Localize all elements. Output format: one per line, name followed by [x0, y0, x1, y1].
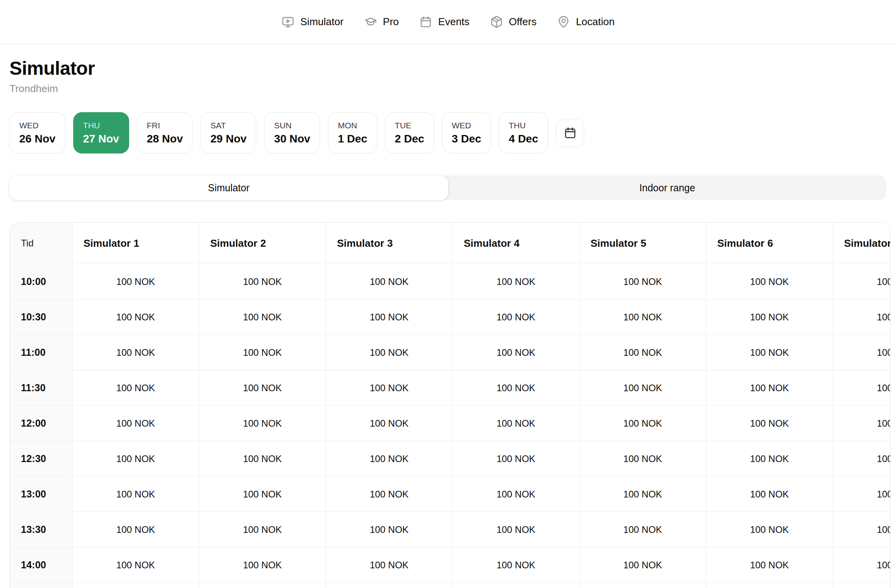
- slot-1130-simulator-1[interactable]: 100 NOK: [72, 370, 199, 405]
- slot-1130-simulator-4[interactable]: 100 NOK: [452, 370, 579, 405]
- slot-1330-simulator-2[interactable]: 100 NOK: [199, 512, 326, 547]
- time-label: 10:00: [10, 264, 72, 299]
- table-row-1300: 13:00100 NOK100 NOK100 NOK100 NOK100 NOK…: [10, 476, 890, 512]
- slot-1200-simulator-5[interactable]: 100 NOK: [579, 406, 706, 441]
- slot-1100-simulator-2[interactable]: 100 NOK: [199, 335, 326, 370]
- slot-1400-simulator-1[interactable]: 100 NOK: [72, 547, 199, 582]
- slot-1300-simulator-3[interactable]: 100 NOK: [326, 477, 452, 512]
- slot-1030-simulator-1[interactable]: 100 NOK: [72, 300, 199, 335]
- slot-1230-simulator-4[interactable]: 100 NOK: [452, 441, 579, 476]
- date-button-2-dec[interactable]: TUE2 Dec: [385, 112, 434, 153]
- slot-1200-simulator-3[interactable]: 100 NOK: [326, 406, 452, 441]
- partial-cell: [452, 583, 579, 588]
- slot-1300-simulator-1[interactable]: 100 NOK: [72, 477, 199, 512]
- slot-1000-simulator-4[interactable]: 100 NOK: [452, 264, 579, 299]
- slot-1330-simulator-4[interactable]: 100 NOK: [452, 512, 579, 547]
- slot-1230-simulator-6[interactable]: 100 NOK: [706, 441, 833, 476]
- slot-1400-simulator-3[interactable]: 100 NOK: [326, 547, 452, 582]
- slot-1200-simulator-2[interactable]: 100 NOK: [199, 406, 326, 441]
- slot-1030-simulator-5[interactable]: 100 NOK: [579, 300, 706, 335]
- date-number-label: 28 Nov: [147, 133, 183, 144]
- slot-1300-simulator-4[interactable]: 100 NOK: [452, 477, 579, 512]
- slot-1030-simulator-2[interactable]: 100 NOK: [199, 300, 326, 335]
- table-row-1400: 14:00100 NOK100 NOK100 NOK100 NOK100 NOK…: [10, 547, 890, 582]
- slot-1200-simulator-7[interactable]: 100 NOK: [833, 406, 890, 441]
- slot-1230-simulator-7[interactable]: 100 NOK: [833, 441, 890, 476]
- slot-1400-simulator-4[interactable]: 100 NOK: [452, 547, 579, 582]
- slot-1130-simulator-2[interactable]: 100 NOK: [199, 370, 326, 405]
- slot-1330-simulator-7[interactable]: 100 NOK: [833, 512, 890, 547]
- nav-item-label: Offers: [509, 16, 537, 28]
- date-button-3-dec[interactable]: WED3 Dec: [442, 112, 491, 153]
- slot-1330-simulator-5[interactable]: 100 NOK: [579, 512, 706, 547]
- slot-1100-simulator-4[interactable]: 100 NOK: [452, 335, 579, 370]
- nav-item-simulator[interactable]: Simulator: [281, 15, 344, 28]
- slot-1330-simulator-1[interactable]: 100 NOK: [72, 512, 199, 547]
- table-row-1200: 12:00100 NOK100 NOK100 NOK100 NOK100 NOK…: [10, 405, 890, 441]
- slot-1330-simulator-6[interactable]: 100 NOK: [706, 512, 833, 547]
- date-button-4-dec[interactable]: THU4 Dec: [499, 112, 548, 153]
- date-number-label: 30 Nov: [274, 133, 310, 144]
- nav-item-location[interactable]: Location: [557, 15, 615, 28]
- slot-1230-simulator-2[interactable]: 100 NOK: [199, 441, 326, 476]
- partial-cell: [199, 583, 326, 588]
- tab-simulator[interactable]: Simulator: [9, 176, 448, 200]
- slot-1130-simulator-5[interactable]: 100 NOK: [579, 370, 706, 405]
- slot-1030-simulator-6[interactable]: 100 NOK: [706, 300, 833, 335]
- slot-1000-simulator-2[interactable]: 100 NOK: [199, 264, 326, 299]
- slot-1000-simulator-1[interactable]: 100 NOK: [72, 264, 199, 299]
- date-button-26-nov[interactable]: WED26 Nov: [9, 112, 65, 153]
- column-header-simulator-4: Simulator 4: [452, 223, 579, 264]
- slot-1230-simulator-5[interactable]: 100 NOK: [579, 441, 706, 476]
- slot-1100-simulator-1[interactable]: 100 NOK: [72, 335, 199, 370]
- slot-1400-simulator-5[interactable]: 100 NOK: [579, 547, 706, 582]
- date-button-30-nov[interactable]: SUN30 Nov: [264, 112, 320, 153]
- slot-1100-simulator-5[interactable]: 100 NOK: [579, 335, 706, 370]
- date-button-27-nov[interactable]: THU27 Nov: [73, 112, 129, 153]
- slot-1000-simulator-7[interactable]: 100 NOK: [833, 264, 890, 299]
- date-number-label: 29 Nov: [210, 133, 246, 144]
- slot-1000-simulator-5[interactable]: 100 NOK: [579, 264, 706, 299]
- nav-item-label: Location: [576, 16, 615, 28]
- slot-1300-simulator-2[interactable]: 100 NOK: [199, 477, 326, 512]
- slot-1100-simulator-7[interactable]: 100 NOK: [833, 335, 890, 370]
- date-button-29-nov[interactable]: SAT29 Nov: [200, 112, 256, 153]
- partial-cell: [326, 583, 452, 588]
- slot-1100-simulator-3[interactable]: 100 NOK: [326, 335, 452, 370]
- date-button-1-dec[interactable]: MON1 Dec: [328, 112, 377, 153]
- column-header-simulator-1: Simulator 1: [72, 223, 199, 264]
- slot-1130-simulator-3[interactable]: 100 NOK: [326, 370, 452, 405]
- partial-time-cell: [10, 583, 72, 588]
- slot-1030-simulator-3[interactable]: 100 NOK: [326, 300, 452, 335]
- slot-1230-simulator-1[interactable]: 100 NOK: [72, 441, 199, 476]
- slot-1030-simulator-7[interactable]: 100 NOK: [833, 300, 890, 335]
- slot-1300-simulator-7[interactable]: 100 NOK: [833, 477, 890, 512]
- slot-1000-simulator-3[interactable]: 100 NOK: [326, 264, 452, 299]
- calendar-button[interactable]: [556, 119, 584, 147]
- slot-1030-simulator-4[interactable]: 100 NOK: [452, 300, 579, 335]
- slot-1100-simulator-6[interactable]: 100 NOK: [706, 335, 833, 370]
- date-weekday-label: THU: [509, 121, 526, 129]
- slot-1330-simulator-3[interactable]: 100 NOK: [326, 512, 452, 547]
- slot-1200-simulator-4[interactable]: 100 NOK: [452, 406, 579, 441]
- tab-indoor-range[interactable]: Indoor range: [448, 176, 887, 200]
- slot-1300-simulator-6[interactable]: 100 NOK: [706, 477, 833, 512]
- time-label: 13:30: [10, 512, 72, 547]
- slot-1300-simulator-5[interactable]: 100 NOK: [579, 477, 706, 512]
- slot-1200-simulator-6[interactable]: 100 NOK: [706, 406, 833, 441]
- nav-item-pro[interactable]: Pro: [364, 15, 399, 28]
- time-label: 11:30: [10, 370, 72, 405]
- date-button-28-nov[interactable]: FRI28 Nov: [137, 112, 193, 153]
- slot-1130-simulator-7[interactable]: 100 NOK: [833, 370, 890, 405]
- partial-cell: [72, 583, 199, 588]
- slot-1400-simulator-7[interactable]: 100 NOK: [833, 547, 890, 582]
- slot-1130-simulator-6[interactable]: 100 NOK: [706, 370, 833, 405]
- slot-1400-simulator-6[interactable]: 100 NOK: [706, 547, 833, 582]
- slot-1000-simulator-6[interactable]: 100 NOK: [706, 264, 833, 299]
- slot-1230-simulator-3[interactable]: 100 NOK: [326, 441, 452, 476]
- slot-1200-simulator-1[interactable]: 100 NOK: [72, 406, 199, 441]
- slot-1400-simulator-2[interactable]: 100 NOK: [199, 547, 326, 582]
- date-weekday-label: FRI: [147, 121, 160, 129]
- nav-item-offers[interactable]: Offers: [490, 15, 537, 28]
- nav-item-events[interactable]: Events: [419, 15, 470, 28]
